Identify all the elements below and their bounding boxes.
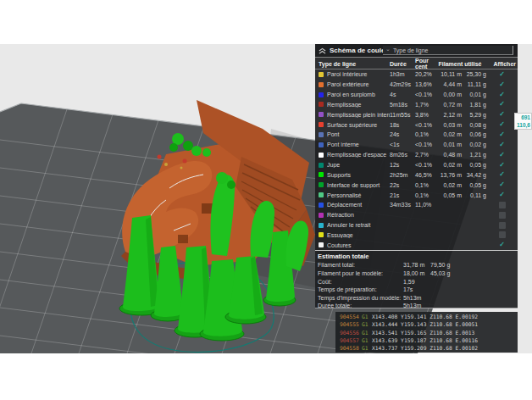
- line-type-color-swatch: [319, 132, 324, 137]
- line-type-color-swatch: [319, 92, 324, 97]
- visibility-checkbox[interactable]: ✓: [486, 181, 518, 188]
- line-type-duration: 12s: [390, 162, 415, 168]
- checkmark-icon: [499, 231, 506, 238]
- line-type-percent: 2,7%: [415, 152, 434, 158]
- gcode-command: G1: [362, 330, 372, 336]
- col-type: Type de ligne: [315, 61, 390, 67]
- checkmark-icon: ✓: [499, 171, 505, 178]
- line-type-row[interactable]: Pont interne <1s <0.1% 0,01 m 0,02 g ✓: [315, 140, 518, 150]
- line-type-duration: 22s: [390, 182, 415, 188]
- line-type-row[interactable]: Essuyage: [315, 231, 518, 241]
- line-type-row[interactable]: Remplissage d'espace 8m26s 2,7% 0,48 m 1…: [315, 150, 518, 160]
- line-type-row[interactable]: Paroi intérieure 1h3m 20,2% 10,11 m 25,3…: [315, 69, 518, 80]
- visibility-checkbox[interactable]: ✓: [486, 131, 518, 138]
- line-type-color-swatch: [319, 172, 324, 177]
- line-type-meters: 2,12 m: [434, 112, 462, 118]
- line-type-grams: 0,05 g: [462, 162, 486, 168]
- visibility-checkbox[interactable]: ✓: [486, 192, 518, 198]
- visibility-checkbox[interactable]: ✓: [486, 101, 518, 108]
- line-type-percent: 0,1%: [415, 131, 434, 137]
- line-type-row[interactable]: Supports 2h25m 46,5% 13,76 m 34,42 g ✓: [315, 169, 518, 180]
- visibility-checkbox[interactable]: [486, 222, 518, 229]
- line-type-duration: 42m29s: [390, 81, 415, 87]
- visibility-checkbox[interactable]: ✓: [486, 71, 518, 78]
- line-type-label: Essuyage: [327, 232, 390, 238]
- visibility-checkbox[interactable]: [486, 202, 518, 208]
- totals-label: Durée totale:: [318, 303, 403, 308]
- gcode-line: 904556 G1 X143.541 Y159.165 Z110.68 E.00…: [335, 329, 518, 336]
- line-type-table: Paroi intérieure 1h3m 20,2% 10,11 m 25,3…: [315, 69, 518, 250]
- line-type-row[interactable]: Remplissage plein interne 11m55s 3,8% 2,…: [315, 109, 518, 119]
- line-type-row[interactable]: Paroi en surplomb 4s <0.1% 0,00 m 0,01 g…: [315, 90, 518, 100]
- totals-row: Temps d'impression du modèle: 5h13m: [315, 294, 518, 303]
- line-type-percent: <0.1%: [415, 122, 434, 128]
- col-percent: Pour cent: [415, 58, 434, 69]
- line-type-row[interactable]: Interface de support 22s 0,1% 0,02 m 0,0…: [315, 180, 518, 190]
- totals-label: Coût:: [318, 279, 403, 285]
- line-type-label: Paroi extérieure: [327, 81, 390, 87]
- totals-value-1: 31,78 m: [403, 262, 430, 268]
- line-type-label: Remplissage: [327, 102, 390, 108]
- line-type-label: Paroi en surplomb: [327, 92, 390, 97]
- line-type-color-swatch: [319, 203, 324, 208]
- line-type-grams: 0,05 g: [462, 182, 486, 188]
- line-type-row[interactable]: Remplissage 5m18s 1,7% 0,72 m 1,81 g ✓: [315, 100, 518, 110]
- line-type-percent: <0.1%: [415, 142, 434, 147]
- visibility-checkbox[interactable]: ✓: [486, 242, 518, 248]
- slicer-window: Schéma de couleur ⌄ Type de ligne Type d…: [0, 0, 532, 400]
- visibility-checkbox[interactable]: ✓: [486, 81, 518, 88]
- visibility-checkbox[interactable]: ✓: [486, 152, 518, 158]
- layer-indicator[interactable]: 691 110,6: [514, 113, 532, 130]
- collapse-icon[interactable]: [319, 47, 326, 54]
- visibility-checkbox[interactable]: ✓: [486, 121, 518, 128]
- gcode-args: X143.541 Y159.165 Z110.68 E.0013: [372, 330, 474, 336]
- gcode-line-number: 904557: [340, 337, 362, 343]
- line-type-row[interactable]: Annuler le retrait: [315, 220, 518, 231]
- line-type-row[interactable]: Jupe 12s <0.1% 0,02 m 0,05 g ✓: [315, 160, 518, 170]
- line-type-row[interactable]: Coutures ✓: [315, 240, 518, 250]
- line-type-grams: 0,06 g: [462, 131, 486, 137]
- line-type-row[interactable]: Déplacement 34m33s 11,0%: [315, 200, 518, 210]
- gcode-line: 904557 G1 X143.639 Y159.187 Z110.68 E.00…: [335, 336, 518, 344]
- line-type-meters: 0,05 m: [434, 192, 462, 198]
- totals-label: Temps de préparation:: [318, 286, 403, 292]
- visibility-checkbox[interactable]: ✓: [486, 111, 518, 118]
- view-type-dropdown[interactable]: ⌄ Type de ligne: [383, 46, 513, 55]
- panel-header: Schéma de couleur ⌄ Type de ligne: [315, 44, 518, 58]
- checkmark-icon: ✓: [499, 121, 505, 128]
- line-type-color-swatch: [319, 182, 324, 187]
- totals-value-1: 5h13m: [403, 295, 430, 301]
- line-type-label: Coutures: [327, 242, 390, 248]
- line-type-duration: 11m55s: [390, 112, 415, 118]
- line-type-row[interactable]: Paroi extérieure 42m29s 13,6% 4,44 m 11,…: [315, 80, 518, 90]
- line-type-label: Paroi intérieure: [327, 71, 390, 77]
- totals-value-2: 45,03 g: [430, 270, 518, 276]
- gcode-line: 904555 G1 X143.444 Y159.143 Z110.68 E.00…: [335, 320, 518, 328]
- line-type-label: Jupe: [327, 162, 390, 168]
- line-type-duration: 5m18s: [390, 102, 415, 108]
- line-type-row[interactable]: Pont 24s 0,1% 0,02 m 0,06 g ✓: [315, 130, 518, 140]
- line-type-meters: 4,44 m: [434, 81, 462, 87]
- line-type-row[interactable]: Personnalisé 21s 0,1% 0,05 m 0,11 g ✓: [315, 190, 518, 200]
- line-type-percent: 1,7%: [415, 102, 434, 108]
- visibility-checkbox[interactable]: ✓: [486, 162, 518, 169]
- line-type-grams: 0,08 g: [462, 122, 486, 128]
- checkmark-icon: ✓: [499, 101, 505, 108]
- visibility-checkbox[interactable]: [486, 212, 518, 219]
- checkmark-icon: ✓: [499, 181, 505, 188]
- checkmark-icon: [499, 212, 506, 219]
- line-type-label: Surface supérieure: [327, 122, 390, 128]
- col-duration: Durée: [390, 61, 415, 67]
- gcode-line-number: 904554: [340, 314, 362, 319]
- line-type-percent: <0.1%: [415, 162, 434, 168]
- visibility-checkbox[interactable]: ✓: [486, 171, 518, 178]
- checkmark-icon: ✓: [499, 162, 505, 169]
- visibility-checkbox[interactable]: ✓: [486, 92, 518, 98]
- visibility-checkbox[interactable]: [486, 231, 518, 238]
- visibility-checkbox[interactable]: ✓: [486, 142, 518, 148]
- line-type-grams: 0,11 g: [462, 192, 486, 198]
- line-type-color-swatch: [319, 232, 324, 237]
- totals-value-1: 17s: [403, 286, 430, 292]
- line-type-row[interactable]: Surface supérieure 18s <0.1% 0,03 m 0,08…: [315, 119, 518, 130]
- line-type-row[interactable]: Rétraction: [315, 210, 518, 220]
